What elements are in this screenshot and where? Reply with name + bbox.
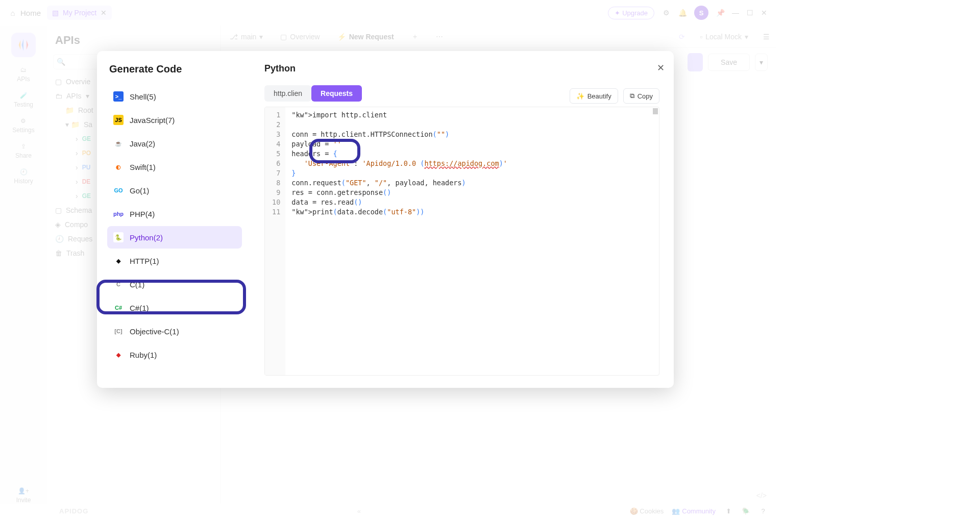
cookies-label: Cookies <box>640 507 664 515</box>
env-selector[interactable]: ▫ Local Mock ▾ <box>696 33 752 41</box>
testing-icon: 🧪 <box>20 92 28 99</box>
pin-icon[interactable]: 📌 <box>716 8 725 17</box>
language-list: >_Shell(5)JSJavaScript(7)☕Java(2)◐Swift(… <box>107 85 246 366</box>
tab-newreq-label: New Request <box>349 33 394 41</box>
nav-apis[interactable]: 🗂APIs <box>17 66 30 83</box>
cookies-link[interactable]: 🍪 Cookies <box>630 507 664 515</box>
home-icon: ⌂ <box>8 8 17 17</box>
language-item-go[interactable]: GOGo(1) <box>107 179 242 202</box>
nav-invite-label: Invite <box>16 497 31 504</box>
tree-reqh-label: Reques <box>68 235 92 243</box>
language-item-c[interactable]: CC(1) <box>107 273 242 295</box>
language-item-swift[interactable]: ◐Swift(1) <box>107 156 242 178</box>
bug-icon[interactable]: 🪲 <box>741 506 750 515</box>
menu-icon[interactable]: ☰ <box>762 32 771 41</box>
home-button[interactable]: ⌂ Home <box>8 8 41 17</box>
language-icon: php <box>113 209 124 219</box>
minimize-icon[interactable]: — <box>732 9 739 16</box>
nav-history-label: History <box>14 178 33 185</box>
tab-add[interactable]: ＋ <box>407 32 423 41</box>
upgrade-button[interactable]: ✦ Upgrade <box>608 7 654 19</box>
tree-schemas-label: Schema <box>66 206 92 214</box>
close-window-icon[interactable]: ✕ <box>761 9 768 16</box>
modal-close-icon[interactable]: ✕ <box>657 62 665 73</box>
branch-selector[interactable]: ⎇ main ▾ <box>226 33 267 41</box>
language-icon: 🐍 <box>113 232 124 242</box>
copy-label: Copy <box>638 92 653 100</box>
maximize-icon[interactable]: ☐ <box>746 9 753 16</box>
close-icon[interactable]: ✕ <box>101 9 107 17</box>
sync-icon[interactable]: ⟳ <box>677 32 687 41</box>
code-panel-icon[interactable]: </> <box>220 487 776 504</box>
language-item-python[interactable]: 🐍Python(2) <box>107 226 242 249</box>
save-button[interactable]: Save <box>708 54 750 71</box>
tab-overview[interactable]: ▢ Overview <box>276 33 324 41</box>
language-icon: [C] <box>113 326 124 336</box>
copy-button[interactable]: ⧉ Copy <box>623 88 659 104</box>
language-label: C#(1) <box>130 304 149 312</box>
language-label: Objective-C(1) <box>130 327 179 336</box>
beautify-label: Beautify <box>587 92 611 100</box>
language-item-ruby[interactable]: ◆Ruby(1) <box>107 343 242 366</box>
nav-settings[interactable]: ⚙Settings <box>12 117 34 134</box>
left-nav: 🗂APIs 🧪Testing ⚙Settings ⇪Share 🕘History… <box>0 26 47 504</box>
avatar[interactable]: S <box>694 6 708 20</box>
tree-root-label: Root <box>78 106 93 114</box>
tab-overview-label: Overview <box>290 33 320 41</box>
language-label: Python(2) <box>130 233 163 242</box>
tab-more[interactable]: ⋯ <box>432 33 447 41</box>
help-icon[interactable]: ? <box>758 506 768 515</box>
save-dropdown-icon[interactable]: ▾ <box>755 54 768 71</box>
language-item-java[interactable]: ☕Java(2) <box>107 132 242 155</box>
language-item-javascript[interactable]: JSJavaScript(7) <box>107 109 242 131</box>
language-label: C(1) <box>130 280 144 289</box>
language-panel: Generate Code >_Shell(5)JSJavaScript(7)☕… <box>97 51 250 388</box>
language-label: Ruby(1) <box>130 351 157 359</box>
language-icon: ◆ <box>113 350 124 360</box>
language-icon: >_ <box>113 91 124 102</box>
bell-icon[interactable]: 🔔 <box>678 8 687 17</box>
code-editor[interactable]: 1234567891011 "kw">import http.client co… <box>264 107 659 376</box>
language-icon: ◐ <box>113 162 124 172</box>
collapse-icon[interactable]: « <box>357 507 361 515</box>
language-item-shell[interactable]: >_Shell(5) <box>107 85 242 108</box>
generate-code-modal: Generate Code >_Shell(5)JSJavaScript(7)☕… <box>97 51 674 388</box>
tree-overview-label: Overvie <box>66 78 90 86</box>
titlebar: ⌂ Home ▧ My Project ✕ ✦ Upgrade ⚙ 🔔 S 📌 … <box>0 0 776 26</box>
gear-icon[interactable]: ⚙ <box>662 8 671 17</box>
nav-share-label: Share <box>15 152 32 159</box>
tab-new-request[interactable]: ⚡ New Request <box>333 33 398 41</box>
app-logo[interactable] <box>11 33 36 57</box>
language-label: Swift(1) <box>130 163 156 171</box>
history-icon: 🕘 <box>20 168 28 176</box>
tree-components-label: Compo <box>65 220 88 229</box>
beautify-button[interactable]: ✨ Beautify <box>570 88 618 104</box>
community-link[interactable]: 👥 Community <box>672 507 716 515</box>
invite-icon: 👤+ <box>18 487 29 495</box>
brand-logo: APIDOG <box>59 507 88 515</box>
language-icon: GO <box>113 185 124 195</box>
lib-tab-httpclien[interactable]: http.clien <box>264 85 311 102</box>
nav-invite[interactable]: 👤+Invite <box>16 487 31 504</box>
language-item-php[interactable]: phpPHP(4) <box>107 203 242 225</box>
language-item-c[interactable]: C#C#(1) <box>107 297 242 319</box>
lib-tab-requests[interactable]: Requests <box>311 85 362 102</box>
language-item-objectivec[interactable]: [C]Objective-C(1) <box>107 320 242 342</box>
upload-icon[interactable]: ⬆ <box>724 506 733 515</box>
nav-history[interactable]: 🕘History <box>14 168 33 185</box>
settings-icon: ⚙ <box>20 117 26 125</box>
language-label: HTTP(1) <box>130 257 159 265</box>
project-name: My Project <box>63 9 96 17</box>
nav-share[interactable]: ⇪Share <box>15 143 32 159</box>
home-label: Home <box>20 9 41 17</box>
language-label: JavaScript(7) <box>130 116 175 125</box>
nav-settings-label: Settings <box>12 127 34 134</box>
minimap <box>653 108 658 114</box>
library-tabs: http.clienRequests <box>264 85 362 102</box>
language-item-http[interactable]: ◆HTTP(1) <box>107 250 242 272</box>
language-icon: C# <box>113 303 124 313</box>
send-button[interactable] <box>688 53 703 71</box>
code-panel: ✕ Python http.clienRequests ✨ Beautify ⧉… <box>250 51 674 388</box>
nav-testing[interactable]: 🧪Testing <box>14 92 33 108</box>
project-tab[interactable]: ▧ My Project ✕ <box>47 6 112 20</box>
